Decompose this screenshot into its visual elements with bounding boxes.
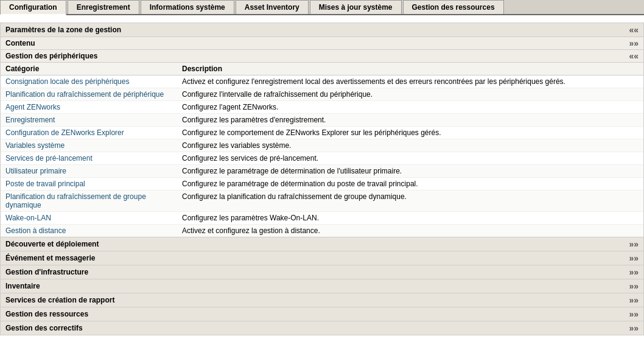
collapsed-section-label: Gestion des correctifs <box>5 324 83 332</box>
cell-description: Configurez l'agent ZENworks. <box>182 103 639 111</box>
cell-category: Gestion à distance <box>5 226 182 235</box>
col-header-category: Catégorie <box>5 65 182 73</box>
section-contenu[interactable]: Contenu »» <box>0 37 644 50</box>
collapsed-section-4[interactable]: Services de création de rapport »» <box>0 293 644 307</box>
collapsed-section-2[interactable]: Gestion d'infrastructure »» <box>0 265 644 279</box>
collapsed-section-6[interactable]: Gestion des correctifs »» <box>0 321 644 335</box>
category-link[interactable]: Utilisateur primaire <box>5 167 66 175</box>
table-row: Consignation locale des périphériques Ac… <box>1 75 643 88</box>
cell-category: Utilisateur primaire <box>5 167 182 175</box>
collapsed-sections-container: Découverte et déploiement »» Événement e… <box>0 237 644 335</box>
cell-description: Configurez le paramétrage de déterminati… <box>182 167 639 175</box>
collapse-management-zone-icon: «« <box>629 26 639 34</box>
table-body: Consignation locale des périphériques Ac… <box>1 75 643 237</box>
collapsed-section-label: Services de création de rapport <box>5 296 114 304</box>
collapsed-section-5[interactable]: Gestion des ressources »» <box>0 307 644 321</box>
collapsed-section-label: Découverte et déploiement <box>5 240 99 248</box>
cell-category: Services de pré-lancement <box>5 154 182 163</box>
category-link[interactable]: Consignation locale des périphériques <box>5 77 129 86</box>
category-link[interactable]: Wake-on-LAN <box>5 214 51 222</box>
cell-category: Variables système <box>5 141 182 150</box>
cell-category: Wake-on-LAN <box>5 214 182 222</box>
expand-icon: »» <box>629 296 639 304</box>
table-row: Utilisateur primaire Configurez le param… <box>1 165 643 178</box>
tab-bar: Configuration Enregistrement Information… <box>0 0 644 15</box>
table-headers: Catégorie Description <box>1 63 643 75</box>
collapsed-section-label: Inventaire <box>5 282 40 290</box>
collapse-contenu-icon: »» <box>629 39 639 47</box>
section-contenu-label: Contenu <box>5 39 35 47</box>
cell-category: Configuration de ZENworks Explorer <box>5 128 182 137</box>
table-row: Variables système Configurez les variabl… <box>1 139 643 152</box>
cell-description: Configurez le paramétrage de déterminati… <box>182 180 639 188</box>
cell-category: Planification du rafraîchissement de pér… <box>5 90 182 99</box>
main-content: Paramètres de la zone de gestion «« Cont… <box>0 15 644 339</box>
collapsed-section-label: Gestion d'infrastructure <box>5 268 88 276</box>
table-row: Planification du rafraîchissement de pér… <box>1 88 643 101</box>
category-link[interactable]: Gestion à distance <box>5 226 66 235</box>
table-row: Configuration de ZENworks Explorer Confi… <box>1 127 643 139</box>
category-link[interactable]: Configuration de ZENworks Explorer <box>5 128 124 137</box>
table-row: Gestion à distance Activez et configurez… <box>1 225 643 237</box>
collapsed-section-0[interactable]: Découverte et déploiement »» <box>0 237 644 251</box>
section-device-management[interactable]: Gestion des périphériques «« <box>0 50 644 63</box>
table-row: Planification du rafraîchissement de gro… <box>1 191 643 212</box>
category-link[interactable]: Poste de travail principal <box>5 180 85 188</box>
category-link[interactable]: Variables système <box>5 141 65 150</box>
cell-description: Configurez l'intervalle de rafraîchissem… <box>182 90 639 99</box>
cell-description: Configurez les paramètres d'enregistreme… <box>182 116 639 124</box>
cell-description: Configurez les paramètres Wake-On-LAN. <box>182 214 639 222</box>
device-management-table: Catégorie Description Consignation local… <box>0 63 644 237</box>
category-link[interactable]: Planification du rafraîchissement de gro… <box>5 192 146 209</box>
cell-category: Poste de travail principal <box>5 180 182 188</box>
expand-icon: »» <box>629 310 639 318</box>
cell-description: Configurez le comportement de ZENworks E… <box>182 128 639 137</box>
category-link[interactable]: Planification du rafraîchissement de pér… <box>5 90 164 99</box>
expand-icon: »» <box>629 254 639 262</box>
tab-gestion-ressources[interactable]: Gestion des ressources <box>403 0 504 14</box>
tab-enregistrement[interactable]: Enregistrement <box>68 0 139 14</box>
col-header-description: Description <box>182 65 639 73</box>
table-row: Wake-on-LAN Configurez les paramètres Wa… <box>1 212 643 225</box>
tab-asset-inventory[interactable]: Asset Inventory <box>236 0 309 14</box>
section-management-zone[interactable]: Paramètres de la zone de gestion «« <box>0 23 644 37</box>
section-device-management-label: Gestion des périphériques <box>5 52 97 60</box>
expand-icon: »» <box>629 282 639 290</box>
collapsed-section-label: Gestion des ressources <box>5 310 88 318</box>
cell-category: Planification du rafraîchissement de gro… <box>5 192 182 209</box>
cell-description: Configurez les variables système. <box>182 141 639 150</box>
collapse-device-management-icon: «« <box>629 52 639 60</box>
collapsed-section-label: Événement et messagerie <box>5 254 95 262</box>
collapsed-section-1[interactable]: Événement et messagerie »» <box>0 251 644 265</box>
category-link[interactable]: Agent ZENworks <box>5 103 60 111</box>
table-row: Services de pré-lancement Configurez les… <box>1 152 643 165</box>
cell-category: Consignation locale des périphériques <box>5 77 182 86</box>
cell-description: Configurez la planification du rafraîchi… <box>182 192 639 201</box>
expand-icon: »» <box>629 240 639 248</box>
cell-description: Configurez les services de pré-lancement… <box>182 154 639 163</box>
cell-description: Activez et configurez l'enregistrement l… <box>182 77 639 86</box>
section-management-zone-label: Paramètres de la zone de gestion <box>5 26 121 34</box>
collapsed-section-3[interactable]: Inventaire »» <box>0 279 644 293</box>
table-row: Agent ZENworks Configurez l'agent ZENwor… <box>1 101 643 114</box>
cell-category: Agent ZENworks <box>5 103 182 111</box>
expand-icon: »» <box>629 324 639 332</box>
category-link[interactable]: Services de pré-lancement <box>5 154 93 163</box>
cell-description: Activez et configurez la gestion à dista… <box>182 226 639 235</box>
cell-category: Enregistrement <box>5 116 182 124</box>
tab-informations-systeme[interactable]: Informations système <box>141 0 234 14</box>
table-row: Poste de travail principal Configurez le… <box>1 178 643 191</box>
category-link[interactable]: Enregistrement <box>5 116 55 124</box>
tab-configuration[interactable]: Configuration <box>0 0 66 15</box>
expand-icon: »» <box>629 268 639 276</box>
tab-mises-a-jour[interactable]: Mises à jour système <box>310 0 402 14</box>
table-row: Enregistrement Configurez les paramètres… <box>1 114 643 127</box>
